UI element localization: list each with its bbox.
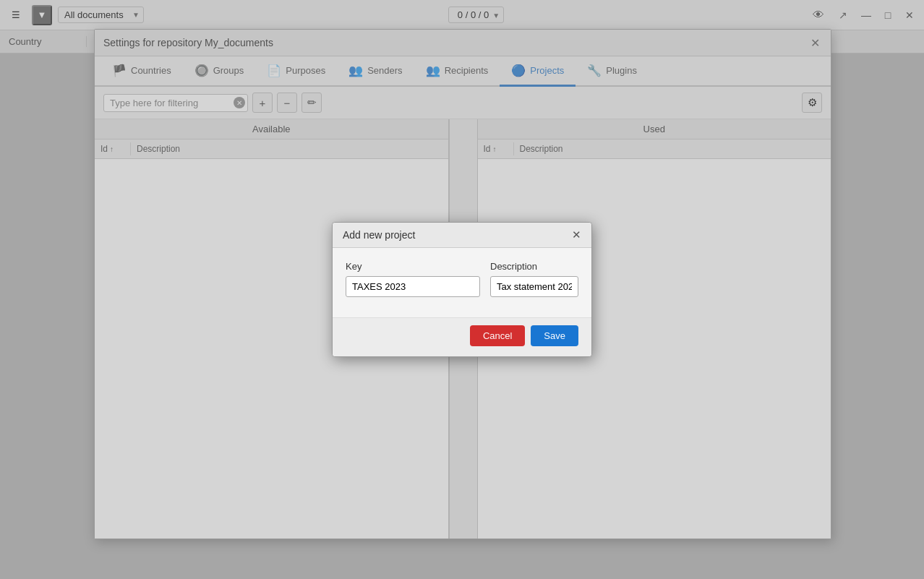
key-label: Key [346,261,480,272]
dialog-fields: Key Description [346,261,578,297]
modal-overlay: Add new project ✕ Key Description Cancel… [0,0,924,579]
dialog-footer: Cancel Save [333,317,591,356]
description-label: Description [490,261,578,272]
dialog-close-button[interactable]: ✕ [572,228,581,241]
description-field: Description [490,261,578,297]
dialog-titlebar: Add new project ✕ [333,223,591,248]
save-button[interactable]: Save [531,325,578,346]
dialog-body: Key Description [333,248,591,317]
key-field: Key [346,261,480,297]
add-project-dialog: Add new project ✕ Key Description Cancel… [332,222,592,357]
description-input[interactable] [490,276,578,297]
key-input[interactable] [346,276,480,297]
dialog-title: Add new project [343,229,415,241]
dialog-close-icon: ✕ [572,228,581,241]
cancel-button[interactable]: Cancel [470,325,525,346]
